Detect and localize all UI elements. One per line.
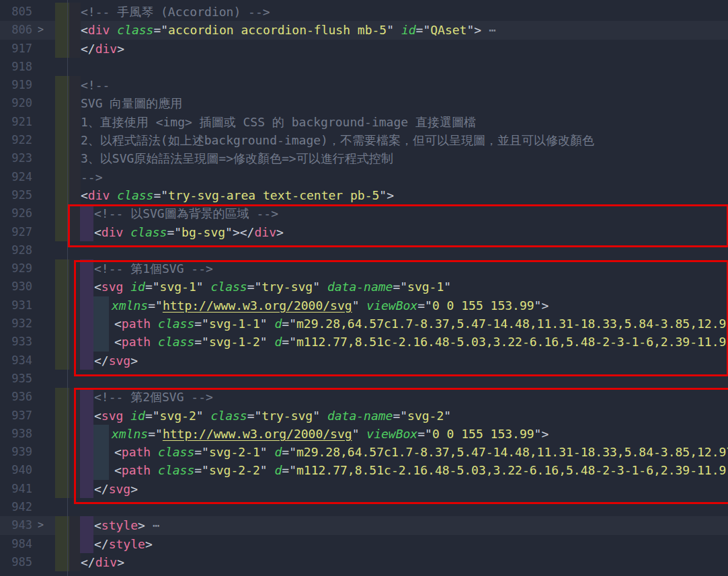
line-number[interactable]: 933 xyxy=(0,333,32,351)
line-number[interactable]: 919 xyxy=(0,76,32,94)
line-number[interactable]: 921 xyxy=(0,113,32,131)
code-line[interactable]: 937<svg id="svg-2" class="try-svg" data-… xyxy=(0,407,728,425)
code-text[interactable]: <div class="bg-svg"></div> xyxy=(94,223,284,241)
code-text[interactable]: <div class="accordion accordion-flush mb… xyxy=(81,21,497,39)
code-text[interactable]: <path class="svg-1-1" d="m29.28,64.57c1.… xyxy=(114,315,728,333)
code-line[interactable]: 9233、以SVG原始語法呈現圖=>修改顏色=>可以進行程式控制 xyxy=(0,149,728,167)
code-token: style xyxy=(109,537,145,551)
line-number[interactable]: 942 xyxy=(0,498,32,516)
code-text[interactable]: <path class="svg-2-2" d="m112.77,8.51c-2… xyxy=(114,461,728,479)
code-line[interactable]: 931xmlns="http://www.w3.org/2000/svg" vi… xyxy=(0,296,728,315)
line-number[interactable]: 927 xyxy=(0,223,32,241)
folded-code-ellipsis[interactable]: ⋯ xyxy=(145,518,161,532)
code-text[interactable]: <!-- 第1個SVG --> xyxy=(94,259,213,278)
code-text[interactable]: 3、以SVG原始語法呈現圖=>修改顏色=>可以進行程式控制 xyxy=(81,149,393,167)
code-text[interactable]: xmlns="http://www.w3.org/2000/svg" viewB… xyxy=(112,296,549,315)
code-text[interactable]: 2、以程式語法(如上述background-image)，不需要檔案，但可以呈現… xyxy=(81,131,594,149)
code-line[interactable]: 938xmlns="http://www.w3.org/2000/svg" vi… xyxy=(0,425,728,443)
code-text[interactable]: <!-- 第2個SVG --> xyxy=(94,388,213,406)
line-number[interactable]: 934 xyxy=(0,352,32,370)
code-line[interactable]: 984</style> xyxy=(0,535,728,553)
code-line[interactable]: 924--> xyxy=(0,168,728,186)
line-number[interactable]: 926 xyxy=(0,204,32,222)
code-line[interactable]: 929<!-- 第1個SVG --> xyxy=(0,259,728,278)
line-number[interactable]: 929 xyxy=(0,259,32,278)
code-line[interactable]: 918 xyxy=(0,58,728,76)
code-token: > xyxy=(145,537,153,551)
fold-chevron-icon[interactable]: > xyxy=(38,21,44,39)
folded-code-ellipsis[interactable]: ⋯ xyxy=(481,23,497,37)
fold-chevron-icon[interactable]: > xyxy=(38,516,44,534)
line-number[interactable]: 922 xyxy=(0,131,32,149)
code-line[interactable]: 936<!-- 第2個SVG --> xyxy=(0,388,728,406)
line-number[interactable]: 939 xyxy=(0,443,32,461)
line-number[interactable]: 985 xyxy=(0,553,32,571)
code-token: > xyxy=(130,482,138,496)
code-text[interactable]: <style>⋯ xyxy=(94,516,161,534)
code-line[interactable]: 933<path class="svg-1-2" d="m112.77,8.51… xyxy=(0,333,728,351)
line-number[interactable]: 805 xyxy=(0,3,32,21)
code-text[interactable]: --> xyxy=(81,168,103,186)
line-number[interactable]: 917 xyxy=(0,40,32,58)
line-number[interactable]: 940 xyxy=(0,461,32,479)
line-number[interactable]: 923 xyxy=(0,149,32,167)
code-line[interactable]: 917</div> xyxy=(0,40,728,58)
code-line[interactable]: 926<!-- 以SVG圖為背景的區域 --> xyxy=(0,204,728,222)
line-number[interactable]: 920 xyxy=(0,94,32,112)
indent-band xyxy=(69,76,81,94)
code-line[interactable]: 940<path class="svg-2-2" d="m112.77,8.51… xyxy=(0,461,728,479)
line-number[interactable]: 931 xyxy=(0,296,32,315)
code-line[interactable]: 925<div class="try-svg-area text-center … xyxy=(0,186,728,204)
code-line[interactable]: 930<svg id="svg-1" class="try-svg" data-… xyxy=(0,278,728,296)
code-line[interactable]: 941</svg> xyxy=(0,480,728,498)
code-text[interactable]: <!-- 以SVG圖為背景的區域 --> xyxy=(94,204,278,222)
code-text[interactable]: <div class="try-svg-area text-center pb-… xyxy=(81,186,394,204)
code-text[interactable]: </div> xyxy=(81,40,124,58)
line-number[interactable]: 938 xyxy=(0,425,32,443)
code-text[interactable]: <!-- 手風琴 (Accordion) --> xyxy=(81,3,270,21)
code-line[interactable]: 9222、以程式語法(如上述background-image)，不需要檔案，但可… xyxy=(0,131,728,149)
code-text[interactable]: SVG 向量圖的應用 xyxy=(81,94,182,112)
line-number[interactable]: 806 xyxy=(0,21,32,39)
line-number[interactable]: 930 xyxy=(0,278,32,296)
line-number[interactable]: 984 xyxy=(0,535,32,553)
code-line[interactable]: 9211、直接使用 <img> 插圖或 CSS 的 background-ima… xyxy=(0,113,728,131)
code-text[interactable]: <path class="svg-2-1" d="m29.28,64.57c1.… xyxy=(114,443,728,461)
line-number[interactable]: 932 xyxy=(0,315,32,333)
code-text[interactable]: <path class="svg-1-2" d="m112.77,8.51c-2… xyxy=(114,333,728,351)
code-line[interactable]: 932<path class="svg-1-1" d="m29.28,64.57… xyxy=(0,315,728,333)
code-text[interactable]: </svg> xyxy=(94,480,138,498)
line-number[interactable]: 918 xyxy=(0,58,32,76)
code-token: svg-2-2 xyxy=(209,463,260,477)
code-line[interactable]: 919<!-- xyxy=(0,76,728,94)
code-line[interactable]: 985</div> xyxy=(0,553,728,571)
line-number[interactable]: 943 xyxy=(0,516,32,534)
line-number[interactable]: 924 xyxy=(0,168,32,186)
code-line[interactable]: 939<path class="svg-2-1" d="m29.28,64.57… xyxy=(0,443,728,461)
code-line[interactable]: 935 xyxy=(0,370,728,388)
code-text[interactable]: 1、直接使用 <img> 插圖或 CSS 的 background-image … xyxy=(81,113,476,131)
line-number[interactable]: 935 xyxy=(0,370,32,388)
code-text[interactable]: <!-- xyxy=(81,76,110,94)
line-number[interactable]: 925 xyxy=(0,186,32,204)
code-text[interactable]: </div> xyxy=(81,553,124,571)
line-number[interactable]: 941 xyxy=(0,480,32,498)
code-line[interactable]: 805<!-- 手風琴 (Accordion) --> xyxy=(0,3,728,21)
line-number[interactable]: 936 xyxy=(0,388,32,406)
code-line[interactable]: 928 xyxy=(0,241,728,259)
code-token: m29.28,64.57c1.7-8.37,5.47-14.48,11.31-1… xyxy=(296,445,728,459)
code-line[interactable]: 806><div class="accordion accordion-flus… xyxy=(0,21,728,39)
code-line[interactable]: 934</svg> xyxy=(0,352,728,370)
line-number[interactable]: 937 xyxy=(0,407,32,425)
line-number[interactable]: 928 xyxy=(0,241,32,259)
code-line[interactable]: 942 xyxy=(0,498,728,516)
code-text[interactable]: </style> xyxy=(94,535,153,553)
code-text[interactable]: xmlns="http://www.w3.org/2000/svg" viewB… xyxy=(112,425,549,443)
code-text[interactable]: <svg id="svg-1" class="try-svg" data-nam… xyxy=(94,278,451,296)
code-text[interactable]: <svg id="svg-2" class="try-svg" data-nam… xyxy=(94,407,451,425)
code-line[interactable]: 943><style>⋯ xyxy=(0,516,728,534)
code-line[interactable]: 920SVG 向量圖的應用 xyxy=(0,94,728,112)
code-line[interactable]: 927<div class="bg-svg"></div> xyxy=(0,223,728,241)
code-token: " xyxy=(260,317,275,331)
code-text[interactable]: </svg> xyxy=(94,352,138,370)
